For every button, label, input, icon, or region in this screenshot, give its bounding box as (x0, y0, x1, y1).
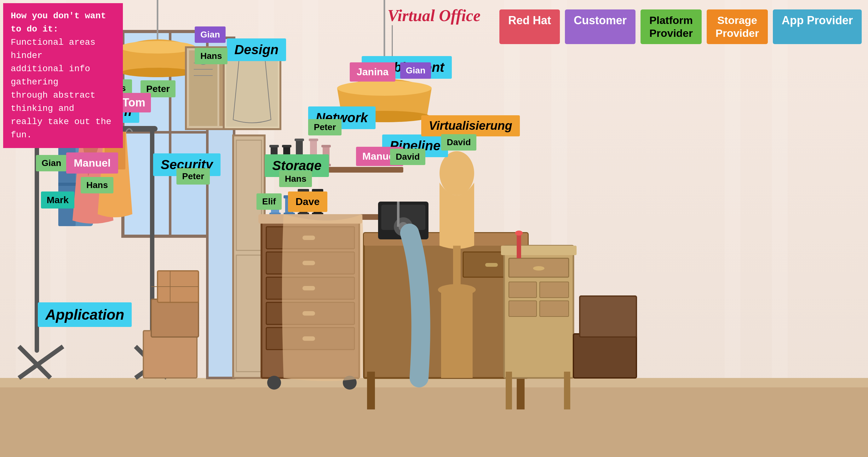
person-hans-design[interactable]: Hans (195, 48, 227, 64)
legend-customer: Customer (565, 9, 636, 44)
person-manuel-application[interactable]: Manuel (66, 153, 118, 173)
legend-app-provider: App Provider (773, 9, 862, 44)
legend-platform-provider: PlatformProvider (641, 9, 702, 44)
warning-text: Functional areas hinderadditional info g… (11, 37, 111, 140)
person-dave-storage[interactable]: Dave (288, 192, 327, 212)
warning-box: How you don't want to do it: Functional … (3, 3, 123, 148)
person-gian-design[interactable]: Gian (195, 27, 225, 43)
legend: Red Hat Customer PlatformProvider Storag… (499, 9, 862, 44)
person-david-virt[interactable]: David (441, 134, 476, 151)
person-janina[interactable]: Janina (350, 62, 395, 81)
warning-headline: How you don't want to do it: (11, 11, 106, 34)
person-gian-application[interactable]: Gian (36, 155, 67, 171)
warning-really: really (11, 117, 42, 127)
section-application: Application (38, 302, 132, 327)
section-virtualisierung: Virtualisierung (421, 115, 520, 136)
legend-redhat: Red Hat (499, 9, 560, 44)
person-david-pipeline[interactable]: David (390, 149, 425, 165)
person-peter-network[interactable]: Peter (308, 119, 342, 135)
person-mark[interactable]: Mark (41, 192, 74, 208)
section-design: Design (227, 38, 286, 61)
person-hans-storage[interactable]: Hans (279, 171, 312, 187)
page-title: Virtual Office (388, 6, 480, 25)
person-gian-enablement[interactable]: Gian (400, 62, 431, 79)
person-peter-security[interactable]: Peter (177, 168, 210, 185)
legend-storage-provider: StorageProvider (707, 9, 768, 44)
person-hans-application[interactable]: Hans (81, 177, 114, 193)
person-elif-storage[interactable]: Elif (256, 193, 282, 210)
